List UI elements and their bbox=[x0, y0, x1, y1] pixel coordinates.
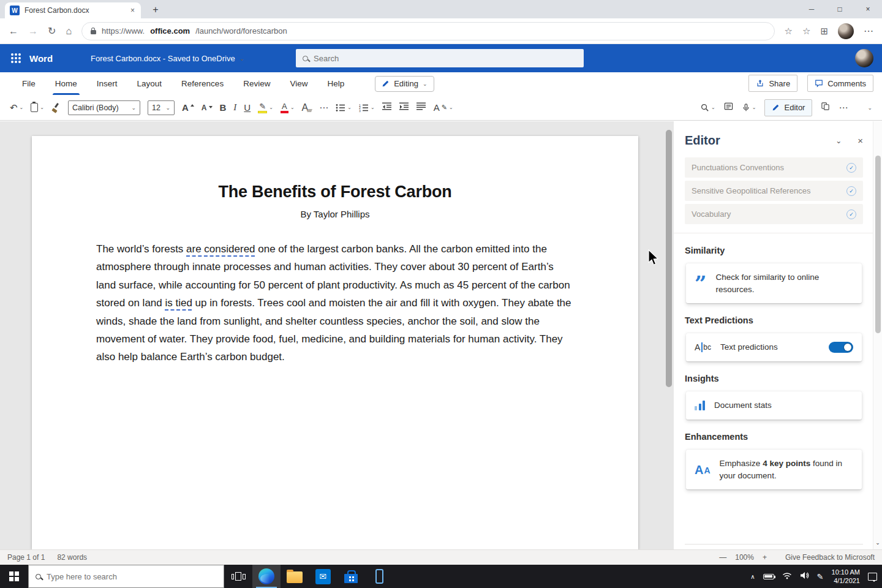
document-page[interactable]: The Benefits of Forest Carbon By Taylor … bbox=[32, 136, 638, 549]
find-button[interactable]: ⌄ bbox=[700, 103, 715, 112]
document-byline[interactable]: By Taylor Phillips bbox=[32, 209, 638, 219]
address-bar[interactable]: https://www. office.com /launch/word/for… bbox=[81, 22, 774, 40]
chevron-down-icon[interactable]: ⌄ bbox=[290, 105, 295, 110]
ribbon-collapse-icon[interactable]: ⌄ bbox=[867, 105, 872, 111]
pen-icon[interactable]: ✎ bbox=[817, 572, 824, 581]
enhancements-card[interactable]: AA Emphasize 4 key points found in your … bbox=[686, 450, 862, 489]
format-painter-icon[interactable] bbox=[51, 103, 61, 112]
tab-close-icon[interactable]: × bbox=[129, 6, 136, 15]
zoom-level[interactable]: 100% bbox=[735, 553, 754, 562]
alignment-button[interactable] bbox=[417, 102, 426, 113]
editor-check-row[interactable]: Punctuations Conventions ✓ bbox=[685, 157, 863, 178]
task-view-button[interactable] bbox=[224, 565, 252, 588]
start-button[interactable] bbox=[0, 565, 28, 588]
grow-font-button[interactable]: A bbox=[182, 102, 194, 113]
new-tab-button[interactable]: + bbox=[148, 3, 163, 17]
app-name[interactable]: Word bbox=[29, 53, 53, 64]
underline-button[interactable]: U bbox=[244, 102, 251, 113]
styles-button[interactable]: A✎⌄ bbox=[434, 102, 453, 113]
editor-button[interactable]: Editor bbox=[764, 99, 812, 116]
ribbon-tab-home[interactable]: Home bbox=[45, 72, 87, 95]
chevron-down-icon[interactable]: ⌄ bbox=[752, 105, 756, 110]
home-icon[interactable]: ⌂ bbox=[66, 26, 72, 37]
font-more-options-icon[interactable]: ⋯ bbox=[319, 102, 328, 113]
paste-button[interactable]: ⌄ bbox=[31, 103, 44, 112]
comments-button[interactable]: Comments bbox=[807, 75, 873, 92]
add-favorite-icon[interactable]: ☆ bbox=[785, 26, 793, 37]
increase-indent-button[interactable] bbox=[399, 102, 409, 113]
chevron-down-icon[interactable]: ⌄ bbox=[269, 105, 273, 110]
taskbar-file-explorer-button[interactable] bbox=[281, 565, 309, 588]
volume-icon[interactable] bbox=[800, 571, 809, 582]
scroll-down-icon[interactable]: ⌄ bbox=[873, 540, 882, 546]
taskbar-search-input[interactable] bbox=[47, 572, 217, 581]
bold-button[interactable]: B bbox=[220, 102, 227, 113]
pane-close-icon[interactable]: × bbox=[858, 135, 863, 146]
translate-button[interactable] bbox=[821, 102, 830, 113]
browser-profile-avatar[interactable] bbox=[838, 23, 854, 39]
scrollbar-thumb[interactable] bbox=[875, 156, 881, 333]
ribbon-tab-file[interactable]: File bbox=[12, 72, 45, 95]
similarity-card[interactable]: ” Check for similarity to online resourc… bbox=[686, 263, 862, 303]
scrollbar-thumb[interactable] bbox=[666, 130, 672, 387]
editor-pane-scrollbar[interactable]: ⌄ bbox=[873, 121, 882, 549]
taskbar-clock[interactable]: 10:10 AM 4/1/2021 bbox=[832, 568, 860, 586]
highlight-color-button[interactable]: ✎⌄ bbox=[258, 102, 273, 113]
chevron-down-icon[interactable]: ⌄ bbox=[449, 105, 453, 110]
zoom-in-icon[interactable]: + bbox=[763, 553, 767, 562]
taskbar-your-phone-button[interactable] bbox=[365, 565, 393, 588]
taskbar-mail-button[interactable]: ✉ bbox=[309, 565, 337, 588]
bullets-button[interactable]: ⌄ bbox=[336, 104, 352, 112]
window-close-button[interactable]: × bbox=[854, 0, 882, 18]
browser-more-icon[interactable]: ⋯ bbox=[864, 25, 873, 37]
pane-chevron-down-icon[interactable]: ⌄ bbox=[835, 137, 858, 145]
clear-formatting-button[interactable]: A bbox=[302, 102, 312, 113]
taskbar-search-box[interactable] bbox=[28, 565, 224, 588]
chevron-down-icon[interactable]: ⌄ bbox=[239, 55, 244, 62]
font-color-button[interactable]: A⌄ bbox=[281, 102, 295, 113]
paragraph-text[interactable]: The world’s forests bbox=[96, 243, 186, 255]
grammar-suggestion[interactable]: are considered bbox=[186, 243, 255, 255]
account-avatar[interactable] bbox=[855, 49, 873, 67]
text-predictions-card[interactable]: Abc Text predictions bbox=[686, 333, 862, 361]
editor-check-row[interactable]: Sensitive Geopolitical References ✓ bbox=[685, 181, 863, 201]
ribbon-tab-insert[interactable]: Insert bbox=[87, 72, 127, 95]
action-center-icon[interactable] bbox=[868, 573, 877, 581]
document-paragraph[interactable]: The world’s forests are considered one o… bbox=[96, 240, 573, 366]
dictate-button[interactable]: ⌄ bbox=[742, 103, 756, 112]
ribbon-tab-references[interactable]: References bbox=[172, 72, 233, 95]
editor-check-row[interactable]: Vocabulary ✓ bbox=[685, 204, 863, 224]
toolbar-more-icon[interactable]: ⋯ bbox=[839, 102, 848, 113]
undo-button[interactable]: ↶⌄ bbox=[10, 102, 23, 113]
chevron-down-icon[interactable]: ⌄ bbox=[40, 105, 44, 110]
ribbon-tab-help[interactable]: Help bbox=[317, 72, 354, 95]
reading-view-button[interactable] bbox=[724, 102, 733, 113]
italic-button[interactable]: I bbox=[233, 102, 236, 113]
ribbon-tab-layout[interactable]: Layout bbox=[127, 72, 172, 95]
ribbon-tab-review[interactable]: Review bbox=[233, 72, 280, 95]
grammar-suggestion[interactable]: is tied bbox=[165, 297, 192, 309]
font-size-select[interactable]: 12⌄ bbox=[148, 100, 175, 115]
battery-icon[interactable] bbox=[763, 574, 774, 579]
back-icon[interactable]: ← bbox=[9, 26, 18, 37]
editing-mode-button[interactable]: Editing ⌄ bbox=[375, 76, 434, 92]
window-minimize-button[interactable]: ─ bbox=[797, 0, 826, 18]
favorites-icon[interactable]: ☆ bbox=[802, 26, 810, 37]
shrink-font-button[interactable]: A bbox=[202, 104, 213, 112]
network-icon[interactable] bbox=[782, 571, 792, 582]
chevron-down-icon[interactable]: ⌄ bbox=[711, 105, 715, 110]
window-maximize-button[interactable]: □ bbox=[826, 0, 854, 18]
tray-chevron-up-icon[interactable]: ∧ bbox=[750, 573, 755, 580]
browser-tab[interactable]: W Forest Carbon.docx × bbox=[5, 2, 141, 18]
chevron-down-icon[interactable]: ⌄ bbox=[20, 105, 24, 110]
chevron-down-icon[interactable]: ⌄ bbox=[347, 105, 352, 110]
search-input[interactable] bbox=[314, 54, 577, 63]
taskbar-edge-button[interactable] bbox=[252, 565, 281, 588]
font-name-select[interactable]: Calibri (Body)⌄ bbox=[68, 100, 140, 115]
document-title-bar[interactable]: Forest Carbon.docx - Saved to OneDrive ⌄ bbox=[91, 54, 244, 63]
ribbon-tab-view[interactable]: View bbox=[280, 72, 317, 95]
document-title[interactable]: The Benefits of Forest Carbon bbox=[32, 183, 638, 202]
share-button[interactable]: Share bbox=[748, 75, 797, 92]
document-scrollbar[interactable] bbox=[665, 125, 673, 546]
numbering-button[interactable]: 123⌄ bbox=[359, 104, 375, 112]
